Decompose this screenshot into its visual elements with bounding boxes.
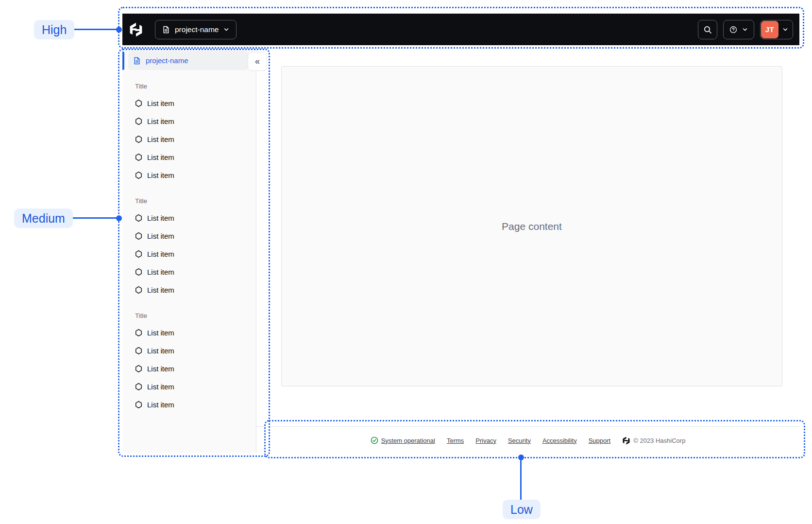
hexagon-icon [135, 171, 143, 179]
hexagon-icon [135, 214, 143, 222]
footer-copyright: © 2023 HashiCorp [622, 437, 685, 445]
user-avatar: JT [761, 21, 778, 38]
system-status-link[interactable]: System operational [371, 437, 435, 444]
sidebar-list-item[interactable]: List item [122, 130, 256, 148]
priority-label-medium: Medium [14, 209, 73, 228]
sidebar: project-name « TitleList itemList itemLi… [122, 45, 256, 453]
sidebar-section-title: Title [122, 196, 256, 206]
list-item-label: List item [147, 232, 174, 240]
sidebar-list-item[interactable]: List item [122, 342, 256, 360]
sidebar-list-item[interactable]: List item [122, 245, 256, 263]
footer-link-privacy[interactable]: Privacy [475, 437, 496, 444]
hexagon-icon [135, 347, 143, 355]
sidebar-collapse-button[interactable]: « [248, 52, 267, 71]
list-item-label: List item [147, 365, 174, 373]
list-item-label: List item [147, 153, 174, 161]
sidebar-list-item[interactable]: List item [122, 281, 256, 299]
footer-link-terms[interactable]: Terms [447, 437, 464, 444]
sidebar-section: TitleList itemList itemList itemList ite… [122, 82, 256, 184]
connector-dot-high [116, 27, 122, 33]
document-icon [133, 57, 141, 65]
hexagon-icon [135, 117, 143, 125]
list-item-label: List item [147, 99, 174, 107]
sidebar-section: TitleList itemList itemList itemList ite… [122, 311, 256, 414]
list-item-label: List item [147, 347, 174, 355]
footer-divider [256, 426, 799, 427]
list-item-label: List item [147, 135, 174, 143]
help-menu-button[interactable] [723, 20, 754, 39]
project-switcher-label: project-name [175, 25, 219, 34]
priority-label-low: Low [503, 500, 541, 519]
chevron-down-icon [778, 27, 792, 33]
sidebar-section: TitleList itemList itemList itemList ite… [122, 196, 256, 299]
list-item-label: List item [147, 250, 174, 258]
active-item-indicator [122, 52, 124, 70]
sidebar-list-item[interactable]: List item [122, 94, 256, 112]
hexagon-icon [135, 250, 143, 258]
chevron-down-icon [742, 27, 748, 33]
list-item-label: List item [147, 401, 174, 409]
hexagon-icon [135, 232, 143, 240]
chevron-down-icon [223, 27, 229, 33]
document-icon [162, 26, 170, 34]
hexagon-icon [135, 268, 143, 276]
sidebar-list-item[interactable]: List item [122, 378, 256, 396]
list-item-label: List item [147, 214, 174, 222]
list-item-label: List item [147, 268, 174, 276]
footer: System operational TermsPrivacySecurityA… [256, 430, 799, 451]
sidebar-section-title: Title [122, 311, 256, 321]
help-icon [729, 26, 737, 34]
sidebar-list-item[interactable]: List item [122, 396, 256, 414]
sidebar-list-item[interactable]: List item [122, 148, 256, 166]
sidebar-section-title: Title [122, 82, 256, 91]
hexagon-icon [135, 329, 143, 337]
search-button[interactable] [698, 20, 717, 39]
sidebar-project-item[interactable]: project-name [128, 51, 248, 70]
sidebar-list-item[interactable]: List item [122, 209, 256, 227]
hashicorp-logo-icon [622, 437, 630, 445]
list-item-label: List item [147, 286, 174, 294]
user-menu-button[interactable]: JT [760, 20, 793, 39]
list-item-label: List item [147, 329, 174, 337]
hexagon-icon [135, 401, 143, 409]
sidebar-list-item[interactable]: List item [122, 112, 256, 130]
sidebar-list-item[interactable]: List item [122, 227, 256, 245]
footer-links: TermsPrivacySecurityAccessibilitySupport [447, 437, 610, 444]
connector-line-high [73, 29, 119, 30]
list-item-label: List item [147, 117, 174, 125]
sidebar-project-label: project-name [146, 56, 188, 65]
hexagon-icon [135, 286, 143, 294]
footer-link-accessibility[interactable]: Accessibility [542, 437, 577, 444]
system-status-label: System operational [381, 437, 435, 444]
search-icon [703, 25, 712, 34]
footer-link-support[interactable]: Support [589, 437, 611, 444]
placeholder-text: Page content [502, 221, 562, 232]
sidebar-list-item[interactable]: List item [122, 360, 256, 378]
sidebar-list-item[interactable]: List item [122, 166, 256, 184]
connector-dot-medium [116, 215, 122, 221]
project-switcher-button[interactable]: project-name [155, 20, 237, 39]
top-navbar: project-name JT [122, 14, 799, 45]
priority-label-high: High [34, 20, 74, 39]
list-item-label: List item [147, 383, 174, 391]
hexagon-icon [135, 153, 143, 161]
connector-line-medium [73, 217, 119, 219]
hexagon-icon [135, 365, 143, 373]
check-circle-icon [371, 437, 378, 444]
page-content-placeholder: Page content [281, 66, 782, 386]
footer-link-security[interactable]: Security [508, 437, 531, 444]
sidebar-list-item[interactable]: List item [122, 263, 256, 281]
hexagon-icon [135, 99, 143, 107]
hexagon-icon [135, 383, 143, 391]
double-chevron-left-icon: « [255, 56, 260, 67]
connector-line-low [520, 457, 522, 500]
hashicorp-logo-icon [129, 22, 143, 37]
copyright-text: © 2023 HashiCorp [633, 437, 685, 444]
sidebar-list-item[interactable]: List item [122, 324, 256, 342]
list-item-label: List item [147, 171, 174, 179]
hexagon-icon [135, 135, 143, 143]
connector-dot-low [518, 454, 524, 460]
sidebar-sections: TitleList itemList itemList itemList ite… [122, 82, 256, 414]
